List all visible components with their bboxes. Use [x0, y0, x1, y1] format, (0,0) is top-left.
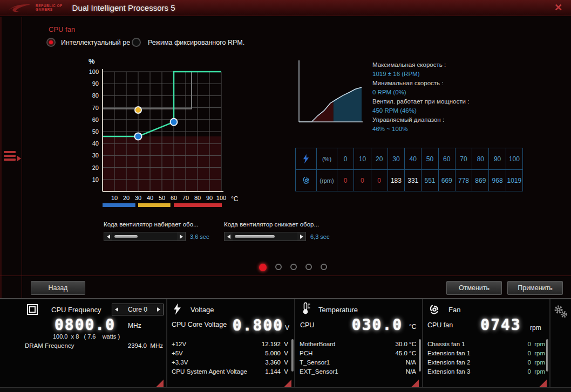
slider-right-arrow[interactable] [297, 232, 305, 240]
resize-handle[interactable] [156, 380, 164, 387]
svg-text:20: 20 [123, 195, 130, 201]
page-dot-1[interactable] [259, 264, 267, 271]
slider-track[interactable] [233, 232, 297, 240]
rpm-cell: 183 [388, 170, 405, 191]
temperature-scrollbar[interactable] [419, 339, 421, 372]
separator-line [0, 276, 571, 276]
cpu-frequency-title: CPU Frequency [51, 306, 101, 314]
table-icon-cell [296, 170, 317, 191]
cpu-fan-unit: rpm [530, 324, 541, 332]
back-button[interactable]: Назад [31, 281, 85, 295]
spin-down-slider[interactable] [224, 232, 306, 241]
cpu-frequency-rows: DRAM Frequency 2394.0 MHz [25, 341, 163, 350]
core-selector-prev-icon[interactable] [115, 307, 118, 312]
status-row: Extension fan 1 0 rpm [427, 348, 545, 357]
temperature-title: Temperature [318, 306, 358, 314]
slider-left-arrow[interactable] [104, 232, 112, 240]
fan-speed-table: (%)0102030405060708090100(rpm)0001833315… [295, 148, 523, 191]
power-percent-icon [302, 154, 310, 164]
core-selector: Core 0 [112, 304, 164, 315]
apply-button[interactable]: Применить [507, 281, 563, 295]
radio-fixed-rpm-mode-label[interactable]: Режима фиксированного RPM. [148, 39, 244, 46]
svg-text:70: 70 [182, 195, 189, 201]
core-selector-next-icon[interactable] [157, 307, 160, 312]
status-row: CPU System Agent Voltage 1.144 V [172, 367, 288, 376]
page-dot-5[interactable] [321, 264, 327, 270]
rog-logo [8, 2, 31, 15]
voltage-scrollbar[interactable] [291, 339, 294, 372]
rpm-cell: 968 [489, 170, 506, 191]
svg-text:100: 100 [216, 195, 226, 201]
gear-icon[interactable] [553, 304, 568, 319]
status-row-value: 30.0 °C [396, 341, 416, 347]
rpm-cell: 551 [422, 170, 438, 191]
status-row-label: Extension fan 1 [427, 350, 470, 356]
spin-up-slider-value: 3,6 sec [190, 233, 209, 240]
status-row-value: 2394.0 MHz [128, 342, 163, 349]
radio-smart-mode[interactable] [46, 38, 56, 47]
fan-scrollbar[interactable] [546, 339, 548, 372]
slider-track[interactable] [112, 232, 177, 240]
page-dot-3[interactable] [290, 264, 297, 270]
svg-text:90: 90 [92, 80, 99, 87]
status-row: DRAM Frequency 2394.0 MHz [25, 341, 163, 350]
resize-handle[interactable] [411, 380, 419, 387]
status-row: +12V 12.192 V [172, 339, 288, 348]
svg-text:60: 60 [171, 195, 177, 201]
cpu-fan-value: 0743 [474, 316, 528, 334]
status-row-value: N/A [406, 368, 416, 375]
section-divider [422, 299, 423, 387]
status-row-value: 0 rpm [527, 350, 545, 356]
radio-smart-mode-label[interactable]: Интеллектуальный ре [61, 39, 130, 46]
percent-cell: 40 [405, 148, 422, 170]
svg-text:%: % [89, 57, 95, 65]
rpm-cell: 1019 [506, 170, 523, 191]
svg-text:40: 40 [92, 140, 99, 147]
rpm-cell: 0 [337, 170, 354, 191]
radio-fixed-rpm-mode[interactable] [132, 38, 141, 47]
menu-icon[interactable] [4, 151, 21, 166]
slider-fill [114, 235, 138, 238]
info-label: Максимальная скорость : [372, 60, 534, 70]
status-row: Chassis fan 1 0 rpm [427, 339, 545, 348]
svg-text:10: 10 [92, 176, 99, 183]
percent-label-cell: (%) [317, 148, 337, 170]
brand-line2: GAMERS [36, 8, 63, 12]
rpm-overview-chart [296, 59, 364, 128]
app-window: REPUBLIC OF GAMERS Dual Intelligent Proc… [0, 0, 571, 392]
voltage-title: Voltage [191, 306, 214, 314]
svg-text:40: 40 [147, 195, 153, 201]
rpm-cell: 778 [456, 170, 472, 191]
slider-right-arrow[interactable] [177, 232, 185, 240]
status-row: EXT_Sensor1 N/A [300, 367, 416, 376]
fan-rows: Chassis fan 1 0 rpm Extension fan 1 0 rp… [427, 339, 545, 376]
close-icon[interactable]: ✕ [554, 2, 562, 13]
resize-handle[interactable] [539, 380, 547, 387]
percent-cell: 80 [472, 148, 489, 170]
slider-left-arrow[interactable] [225, 232, 233, 240]
cpu-frequency-unit: MHz [128, 322, 141, 329]
svg-text:50: 50 [92, 128, 99, 135]
spin-down-slider-label: Кода вентилятор снижает обор... [224, 221, 319, 228]
fan-rpm-icon [301, 175, 311, 185]
resize-handle[interactable] [284, 380, 291, 387]
fan-curve-chart[interactable]: 1009080706050403020101020304050607080901… [81, 54, 243, 214]
spin-down-slider-value: 6,3 sec [310, 233, 329, 240]
status-row-value: 0 rpm [527, 368, 545, 375]
temperature-rows: MotherBoard 30.0 °C PCH 45.0 °C T_Sensor… [300, 339, 416, 376]
status-row: +5V 5.000 V [172, 348, 288, 357]
status-row-label: PCH [300, 350, 312, 356]
section-divider [166, 299, 167, 387]
status-row-value: 45.0 °C [396, 350, 416, 356]
percent-cell: 90 [489, 148, 506, 170]
spin-up-slider[interactable] [104, 232, 186, 241]
page-dot-2[interactable] [275, 264, 282, 270]
status-row: +3.3V 3.360 V [172, 357, 288, 367]
percent-cell: 30 [388, 148, 405, 170]
cancel-button[interactable]: Отменить [446, 281, 502, 295]
fan-title: Fan [448, 306, 460, 314]
page-dot-4[interactable] [305, 264, 312, 270]
cpu-fan-label: CPU fan [427, 321, 453, 329]
info-label: Управляемый диапазон : [372, 115, 534, 125]
status-row-label: Extension fan 3 [427, 368, 470, 375]
